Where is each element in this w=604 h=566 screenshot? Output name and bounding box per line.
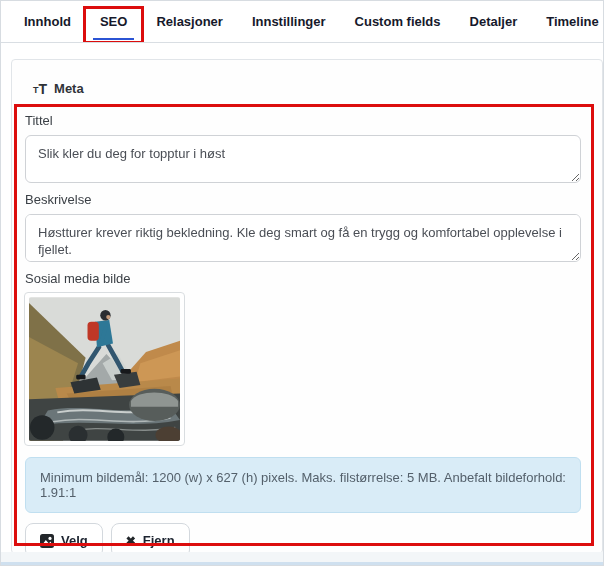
panel-title: Meta bbox=[54, 81, 84, 96]
remove-image-label: Fjern bbox=[143, 533, 175, 548]
tab-bar: Innhold SEO Relasjoner Innstillinger Cus… bbox=[1, 1, 603, 43]
social-image-thumbnail bbox=[24, 292, 185, 446]
tab-innstillinger[interactable]: Innstillinger bbox=[252, 14, 326, 29]
image-requirements-info-box: Minimum bildemål: 1200 (w) x 627 (h) pix… bbox=[25, 457, 581, 513]
title-textarea[interactable]: Slik kler du deg for topptur i høst bbox=[25, 135, 581, 183]
tab-relasjoner[interactable]: Relasjoner bbox=[156, 14, 222, 29]
tab-seo[interactable]: SEO bbox=[100, 14, 127, 29]
description-textarea[interactable]: Høstturer krever riktig bekledning. Kle … bbox=[25, 214, 581, 262]
tab-detaljer[interactable]: Detaljer bbox=[470, 14, 518, 29]
tab-custom-fields[interactable]: Custom fields bbox=[355, 14, 441, 29]
image-requirements-text: Minimum bildemål: 1200 (w) x 627 (h) pix… bbox=[40, 470, 566, 500]
meta-panel-header: TT Meta bbox=[12, 60, 602, 96]
social-image-field-label: Sosial media bilde bbox=[25, 271, 581, 286]
tab-innhold[interactable]: Innhold bbox=[24, 14, 71, 29]
tab-timeline[interactable]: Timeline bbox=[546, 14, 599, 29]
x-icon: ✖ bbox=[126, 535, 136, 547]
image-icon bbox=[40, 534, 54, 548]
seo-settings-screen: Innhold SEO Relasjoner Innstillinger Cus… bbox=[0, 0, 604, 566]
select-image-label: Velg bbox=[61, 533, 88, 548]
tab-seo-label: SEO bbox=[100, 14, 127, 29]
meta-fields: Tittel Slik kler du deg for topptur i hø… bbox=[25, 113, 581, 558]
title-field-label: Tittel bbox=[25, 113, 581, 128]
bottom-strip bbox=[1, 552, 603, 565]
text-title-icon: TT bbox=[33, 82, 47, 96]
description-field-label: Beskrivelse bbox=[25, 192, 581, 207]
social-media-image bbox=[29, 297, 180, 441]
